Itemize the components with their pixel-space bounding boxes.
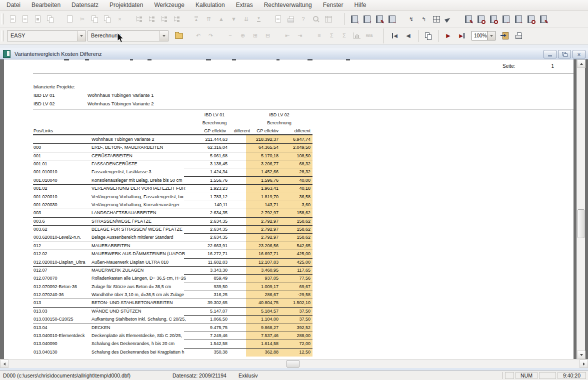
edit-document-button[interactable]: ✎ [373, 13, 386, 25]
cell-difference: 36,58 [278, 193, 310, 201]
menu-werkzeuge[interactable]: Werkzeuge [148, 0, 190, 10]
toolbar-drag-handle[interactable] [2, 13, 4, 24]
cell-pos: 001.010040 [34, 176, 92, 184]
menu-datei[interactable]: Datei [1, 0, 26, 10]
cell-gp-variant1: 140,11 [169, 201, 228, 209]
tile-windows-button[interactable] [430, 13, 442, 25]
sum-total-icon: Σ [342, 33, 346, 38]
prev-page-button[interactable]: ◀ [402, 29, 415, 42]
outline-button [170, 13, 183, 25]
cut-icon: ✂ [80, 16, 84, 22]
table-row: 013.03WÄNDE UND STÜTZEN5.147,075.184,573… [33, 307, 313, 315]
chevron-down-icon [80, 35, 83, 37]
move-to-bottom-icon: ▼ [257, 16, 261, 22]
scroll-down-button[interactable] [577, 351, 586, 359]
divider [33, 73, 574, 73]
vertical-scrollbar-thumb[interactable] [578, 209, 584, 238]
promote-button[interactable]: ↰ [418, 13, 430, 25]
pos-column-header: Pos/Links [34, 128, 53, 133]
clipped-header-fragment [308, 59, 312, 60]
export-texts-button[interactable]: → [512, 13, 524, 25]
menu-rechteverwaltung[interactable]: Rechteverwaltung [258, 0, 318, 10]
clipped-header-fragment [232, 59, 236, 60]
cell-difference: 117,65 [278, 266, 310, 274]
scroll-up-button[interactable] [577, 59, 586, 68]
horizontal-scrollbar[interactable] [0, 359, 588, 368]
cell-difference: 68,32 [278, 160, 310, 168]
goto-position-button[interactable] [442, 13, 455, 25]
edit-catalog-button[interactable]: ✎ [462, 13, 474, 25]
save-into-project-button[interactable]: ↓ [348, 13, 360, 25]
table-row: 012MAUERARBEITEN22.663,9123.206,56542,65 [33, 242, 313, 250]
zoom-dropdown[interactable] [487, 31, 495, 40]
zoom-value: 100% [472, 31, 487, 40]
start-output-button[interactable]: ▶ [442, 29, 455, 42]
save-into-project-icon: ↓ [351, 15, 358, 23]
view-combobox-dropdown[interactable] [160, 31, 168, 41]
cell-pos: 013.040090 [34, 340, 92, 348]
undo-button: ↶ [192, 29, 204, 42]
statusbar-clock: 9:40:20 [558, 372, 586, 379]
layout-combobox-dropdown[interactable] [77, 31, 86, 41]
clipped-header-fragment [206, 59, 211, 60]
search-positions-button[interactable] [524, 13, 537, 25]
transfer-document-button[interactable]: → [386, 13, 398, 25]
menu-projektdaten[interactable]: Projektdaten [104, 0, 148, 10]
search-catalog-button[interactable] [474, 13, 487, 25]
load-from-project-button[interactable]: ↑ [360, 13, 373, 25]
minimize-button[interactable] [544, 50, 556, 58]
cell-gp-variant2: 1.452,66 [246, 168, 278, 176]
clipped-header-fragment [64, 59, 69, 60]
vertical-scrollbar[interactable] [576, 59, 585, 359]
cell-gp-variant2: 7.537,46 [246, 332, 278, 340]
layout-combobox[interactable]: EASY [7, 30, 86, 41]
insert-title-icon [161, 16, 168, 22]
output-to-end-button[interactable]: ▶ [455, 29, 468, 42]
scroll-left-button[interactable] [0, 360, 8, 368]
demote-button[interactable]: ↯ [405, 13, 418, 25]
table-row: 012.070070Rolladenkasten alle Längen, D=… [33, 274, 313, 282]
search-texts-button[interactable] [487, 13, 500, 25]
menu-bearbeiten[interactable]: Bearbeiten [26, 0, 66, 10]
move-down-fast-button: ⇊ [240, 13, 252, 25]
move-to-top-button: ▲ [190, 13, 202, 25]
menu-fenster[interactable]: Fenster [318, 0, 349, 10]
chevron-down-icon [490, 35, 493, 37]
statusbar-record: Datensatz: 2009/21194 [172, 373, 226, 379]
cell-pos: 001.020010 [34, 193, 92, 201]
table-row: 012.02MAUERWERK AUS DÄMMSTEINEN (LIAPOR1… [33, 250, 313, 258]
menu-hilfe[interactable]: Hilfe [348, 0, 372, 10]
first-page-button[interactable]: ◀ [388, 29, 402, 42]
insert-position-icon [136, 16, 143, 22]
reb-export-icon: REB [365, 34, 374, 37]
first-page-icon: ◀ [392, 33, 398, 38]
edit-texts-button[interactable]: ✎ [537, 13, 550, 25]
menu-datensatz[interactable]: Datensatz [66, 0, 104, 10]
zoom-select[interactable]: 100% [472, 31, 496, 40]
print-page-button[interactable] [512, 29, 526, 42]
cell-gp-variant1: 3.343,30 [169, 266, 228, 274]
cell-pos: 000 [34, 143, 92, 151]
view-combobox[interactable]: Berechnung [88, 30, 168, 41]
open-layout-button[interactable] [172, 29, 185, 42]
sum-total-button: Σ [338, 29, 350, 42]
scroll-right-button[interactable] [580, 360, 588, 368]
copy-page-button[interactable] [422, 29, 435, 42]
cell-gp-variant1: 859,49 [169, 274, 228, 282]
close-preview-button[interactable] [498, 29, 512, 42]
close-button[interactable]: × [572, 50, 586, 58]
horizontal-scrollbar-thumb[interactable] [286, 360, 300, 368]
statusbar-separator [502, 372, 502, 379]
cell-gp-variant2: 1.104,00 [246, 315, 278, 323]
menu-extras[interactable]: Extras [230, 0, 258, 10]
restore-button[interactable] [558, 50, 571, 58]
import-texts-button[interactable]: ← [500, 13, 512, 25]
cell-gp-variant1: 1.424,34 [169, 168, 228, 176]
table-row: 013.030150-C20/25Aufkantung Stahlbeton i… [33, 315, 313, 323]
toolbar2-drag-handle[interactable] [2, 30, 4, 41]
text-view-button [19, 13, 32, 25]
menu-kalkulation[interactable]: Kalkulation [190, 0, 230, 10]
cell-difference: 69,67 [278, 283, 310, 291]
list-positions-button: ≡ [313, 29, 326, 42]
copy-page-icon [425, 32, 432, 39]
